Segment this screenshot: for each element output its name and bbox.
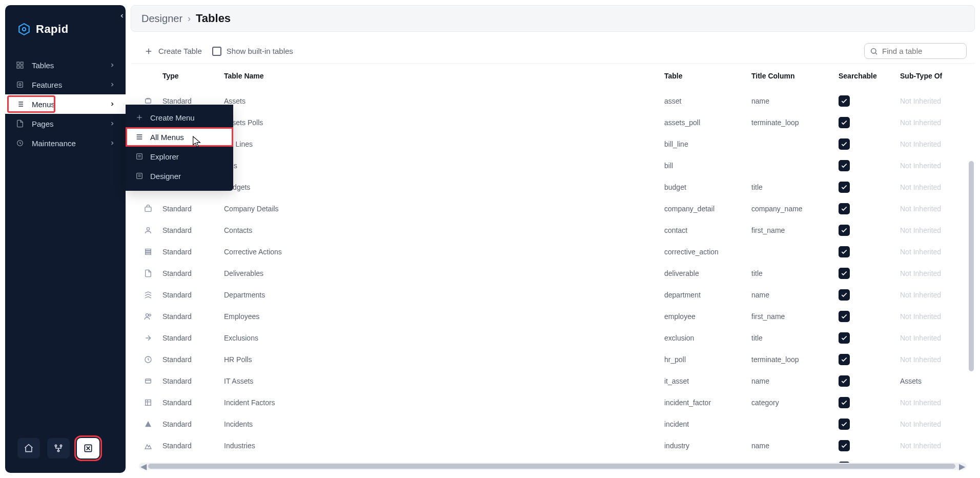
cell-searchable[interactable] [833, 90, 895, 112]
table-row[interactable]: StandardCorrective Actionscorrective_act… [139, 241, 967, 263]
scroll-left-icon[interactable]: ◀ [140, 463, 147, 470]
col-type[interactable]: Type [157, 64, 219, 90]
table-row[interactable]: StandardContactscontactfirst_nameNot Inh… [139, 220, 967, 241]
cell-type: Standard [157, 220, 219, 241]
check-icon [839, 138, 850, 150]
cell-name[interactable]: Company Details [219, 198, 659, 220]
cell-searchable[interactable] [833, 349, 895, 370]
cell-name[interactable]: HR Polls [219, 349, 659, 370]
chevron-right-icon [109, 62, 115, 68]
cell-name[interactable]: Invoice Lines [219, 456, 659, 463]
search-input-wrapper[interactable] [864, 43, 967, 59]
table-row[interactable]: StandardInvoice Linesinvoice_lineNot Inh… [139, 456, 967, 463]
table-row[interactable]: StandardCompany Detailscompany_detailcom… [139, 198, 967, 220]
vertical-scrollbar[interactable] [968, 94, 975, 371]
create-table-button[interactable]: Create Table [139, 44, 207, 59]
col-title-column[interactable]: Title Column [746, 64, 833, 90]
cell-title-column: title [746, 263, 833, 284]
search-input[interactable] [882, 47, 961, 55]
sidebar-collapse-button[interactable] [117, 11, 127, 21]
submenu-item-label: All Menus [150, 133, 184, 142]
cell-searchable[interactable] [833, 112, 895, 133]
footer-btn-workflow[interactable] [47, 438, 70, 459]
cell-searchable[interactable] [833, 198, 895, 220]
cell-searchable[interactable] [833, 327, 895, 349]
cell-sub-type: Not Inherited [895, 435, 967, 456]
cell-name[interactable]: Bills [219, 155, 659, 176]
footer-btn-designer[interactable] [77, 438, 99, 459]
main: Designer › Tables Create Table Show buil… [131, 5, 975, 473]
table-row[interactable]: StandardEmployeesemployeefirst_nameNot I… [139, 306, 967, 327]
submenu-item-designer[interactable]: Designer [126, 166, 233, 186]
svg-point-27 [60, 445, 62, 446]
cell-searchable[interactable] [833, 306, 895, 327]
table-row[interactable]: StandardBillsbillNot Inherited [139, 155, 967, 176]
sidebar-item-maintenance[interactable]: Maintenance [5, 133, 126, 153]
sidebar-item-pages[interactable]: Pages [5, 114, 126, 133]
svg-marker-0 [19, 24, 29, 35]
table-row[interactable]: StandardIncident Factorsincident_factorc… [139, 392, 967, 413]
cell-name[interactable]: Exclusions [219, 327, 659, 349]
table-row[interactable]: StandardIndustriesindustrynameNot Inheri… [139, 435, 967, 456]
col-table[interactable]: Table [659, 64, 746, 90]
sidebar-item-menus[interactable]: Menus [5, 94, 126, 114]
cell-name[interactable]: Incident Factors [219, 392, 659, 413]
submenu-item-create-menu[interactable]: Create Menu [126, 108, 233, 127]
cell-searchable[interactable] [833, 435, 895, 456]
cell-name[interactable]: Assets [219, 90, 659, 112]
cell-name[interactable]: Bill Lines [219, 133, 659, 155]
cell-name[interactable]: Assets Polls [219, 112, 659, 133]
cell-searchable[interactable] [833, 284, 895, 306]
table-row[interactable]: StandardIncidentsincidentNot Inherited [139, 413, 967, 435]
sidebar-item-features[interactable]: Features [5, 75, 126, 94]
cell-searchable[interactable] [833, 263, 895, 284]
cell-searchable[interactable] [833, 456, 895, 463]
check-icon [839, 440, 850, 451]
cell-title-column: category [746, 392, 833, 413]
cell-name[interactable]: Employees [219, 306, 659, 327]
svg-point-32 [871, 48, 876, 53]
cell-searchable[interactable] [833, 155, 895, 176]
cell-searchable[interactable] [833, 220, 895, 241]
cell-name[interactable]: Deliverables [219, 263, 659, 284]
cell-searchable[interactable] [833, 392, 895, 413]
cell-searchable[interactable] [833, 176, 895, 198]
cell-name[interactable]: Incidents [219, 413, 659, 435]
breadcrumb-root[interactable]: Designer [141, 13, 182, 25]
cell-name[interactable]: Corrective Actions [219, 241, 659, 263]
cell-title-column: first_name [746, 220, 833, 241]
table-row[interactable]: StandardBudgetsbudgettitleNot Inherited [139, 176, 967, 198]
cell-name[interactable]: Budgets [219, 176, 659, 198]
cell-name[interactable]: Industries [219, 435, 659, 456]
cell-searchable[interactable] [833, 241, 895, 263]
col-table-name[interactable]: Table Name [219, 64, 659, 90]
svg-rect-4 [17, 66, 19, 68]
submenu-item-explorer[interactable]: Explorer [126, 147, 233, 166]
col-sub-type[interactable]: Sub-Type Of [895, 64, 967, 90]
scroll-right-icon[interactable]: ▶ [958, 463, 966, 470]
table-row[interactable]: StandardDepartmentsdepartmentnameNot Inh… [139, 284, 967, 306]
table-row[interactable]: StandardHR Pollshr_pollterminate_loopNot… [139, 349, 967, 370]
list-icon [135, 152, 144, 161]
sidebar-item-tables[interactable]: Tables [5, 55, 126, 75]
footer-btn-home[interactable] [17, 438, 40, 459]
table-row[interactable]: StandardExclusionsexclusiontitleNot Inhe… [139, 327, 967, 349]
show-builtin-toggle[interactable]: Show built-in tables [207, 44, 298, 59]
table-row[interactable]: StandardBill Linesbill_lineNot Inherited [139, 133, 967, 155]
table-row[interactable]: StandardAssetsassetnameNot Inherited [139, 90, 967, 112]
cell-name[interactable]: Contacts [219, 220, 659, 241]
cell-sub-type: Not Inherited [895, 176, 967, 198]
cell-title-column [746, 133, 833, 155]
cell-searchable[interactable] [833, 413, 895, 435]
scroll-thumb[interactable] [148, 464, 955, 469]
cell-name[interactable]: Departments [219, 284, 659, 306]
table-row[interactable]: StandardAssets Pollsassets_pollterminate… [139, 112, 967, 133]
cell-searchable[interactable] [833, 370, 895, 392]
submenu-item-all-menus[interactable]: All Menus [126, 127, 233, 147]
horizontal-scrollbar[interactable]: ◀ ▶ [139, 463, 967, 470]
table-row[interactable]: StandardDeliverablesdeliverabletitleNot … [139, 263, 967, 284]
cell-searchable[interactable] [833, 133, 895, 155]
table-row[interactable]: StandardIT Assetsit_assetnameAssets [139, 370, 967, 392]
col-searchable[interactable]: Searchable [833, 64, 895, 90]
cell-name[interactable]: IT Assets [219, 370, 659, 392]
